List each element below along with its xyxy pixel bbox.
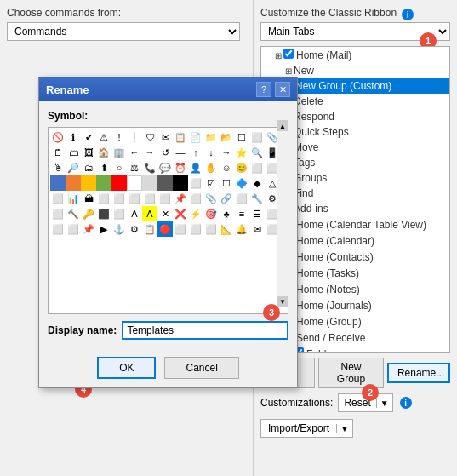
symbol-home[interactable]: 🏠 bbox=[96, 145, 111, 160]
symbol-orange[interactable] bbox=[66, 175, 81, 191]
symbol-warning[interactable]: ⚠ bbox=[96, 129, 111, 145]
symbol-circle[interactable]: ○ bbox=[111, 160, 127, 175]
import-export-dropdown-container[interactable]: Import/Export ▼ bbox=[260, 419, 353, 438]
symbol-sq18[interactable]: ⬜ bbox=[188, 221, 203, 237]
symbol-shield[interactable]: 🛡 bbox=[142, 129, 157, 145]
symbol-selected[interactable]: 🔴 bbox=[157, 221, 173, 237]
symbol-info[interactable]: ℹ bbox=[66, 129, 81, 145]
symbol-doc[interactable]: 📄 bbox=[188, 129, 203, 145]
customizations-info-icon[interactable]: i bbox=[400, 397, 412, 409]
symbol-gray1[interactable] bbox=[142, 175, 157, 191]
symbol-hand[interactable]: ✋ bbox=[203, 160, 219, 175]
symbol-right2[interactable]: → bbox=[219, 145, 234, 160]
symbol-mail2[interactable]: ✉ bbox=[249, 221, 265, 237]
symbol-clock[interactable]: ⏰ bbox=[173, 160, 188, 175]
symbol-sq9[interactable]: ⬜ bbox=[157, 191, 173, 206]
display-name-input[interactable] bbox=[122, 321, 288, 340]
symbol-club[interactable]: ♣ bbox=[219, 206, 234, 221]
symbol-cursor[interactable]: 🖱 bbox=[50, 160, 66, 175]
symbol-folder-open[interactable]: 📁 bbox=[203, 129, 219, 145]
symbol-diamond[interactable]: 🔷 bbox=[234, 175, 249, 191]
symbol-files[interactable]: 🗂 bbox=[81, 160, 96, 175]
symbol-clipboard3[interactable]: 🗃 bbox=[66, 145, 81, 160]
symbol-menu[interactable]: ≡ bbox=[234, 206, 249, 221]
symbol-sq16[interactable]: ⬜ bbox=[66, 221, 81, 237]
symbol-down-arrow[interactable]: ↓ bbox=[203, 145, 219, 160]
symbol-anchor[interactable]: ⚓ bbox=[111, 221, 127, 237]
symbol-uparrow2[interactable]: ⬆ bbox=[96, 160, 111, 175]
symbol-grid[interactable]: 🚫 ℹ ✔ ⚠ ! ❕ 🛡 ✉ 📋 📄 📁 📂 ☐ ⬜ 📎 bbox=[48, 127, 288, 314]
symbol-sq10[interactable]: ⬜ bbox=[188, 191, 203, 206]
commands-dropdown[interactable]: Commands bbox=[7, 22, 240, 41]
cancel-button[interactable]: Cancel bbox=[164, 357, 238, 379]
scrollbar-down[interactable]: ▼ bbox=[277, 296, 288, 307]
symbol-no-entry[interactable]: 🚫 bbox=[50, 129, 66, 145]
symbol-star[interactable]: ⭐ bbox=[234, 145, 249, 160]
symbol-sq17[interactable]: ⬜ bbox=[173, 221, 188, 237]
symbol-folder[interactable]: 📂 bbox=[219, 129, 234, 145]
symbol-x[interactable]: ✕ bbox=[157, 206, 173, 221]
rename-button[interactable]: Rename... bbox=[387, 363, 450, 383]
customize-info-icon[interactable]: i bbox=[402, 9, 414, 20]
symbol-A-highlight[interactable]: A bbox=[142, 206, 157, 221]
symbol-link[interactable]: 🔗 bbox=[219, 191, 234, 206]
symbol-sq13[interactable]: ⬜ bbox=[111, 206, 127, 221]
home-mail-checkbox[interactable] bbox=[283, 49, 294, 59]
symbol-smile[interactable]: ☺ bbox=[219, 160, 234, 175]
symbol-clipboard4[interactable]: 📋 bbox=[142, 221, 157, 237]
symbol-sq6[interactable]: ⬜ bbox=[111, 191, 127, 206]
symbol-dash[interactable]: — bbox=[173, 145, 188, 160]
symbol-bell[interactable]: ! bbox=[111, 129, 127, 145]
symbol-mountain[interactable]: 🏔 bbox=[81, 191, 96, 206]
symbol-person[interactable]: 👤 bbox=[188, 160, 203, 175]
modal-question-button[interactable]: ? bbox=[256, 82, 271, 97]
symbol-green[interactable] bbox=[96, 175, 111, 191]
symbol-target[interactable]: 🎯 bbox=[203, 206, 219, 221]
symbol-ruler[interactable]: 📐 bbox=[219, 221, 234, 237]
symbol-sq11[interactable]: ⬜ bbox=[234, 191, 249, 206]
symbol-wrench[interactable]: 🔧 bbox=[249, 191, 265, 206]
symbol-diamond2[interactable]: ◆ bbox=[249, 175, 265, 191]
symbol-arrow-right[interactable]: → bbox=[142, 145, 157, 160]
symbol-play[interactable]: ▶ bbox=[96, 221, 111, 237]
symbol-gear2[interactable]: ⚙ bbox=[127, 221, 142, 237]
scrollbar-up[interactable]: ▲ bbox=[277, 121, 288, 131]
symbol-search[interactable]: 🔍 bbox=[249, 145, 265, 160]
symbol-sq4[interactable]: ⬜ bbox=[50, 191, 66, 206]
modal-close-button[interactable]: ✕ bbox=[275, 82, 290, 97]
symbol-phone2[interactable]: 📞 bbox=[142, 160, 157, 175]
symbol-sq3[interactable]: ⬜ bbox=[188, 175, 203, 191]
symbol-check2[interactable]: ☑ bbox=[203, 175, 219, 191]
symbol-clipboard1[interactable]: 📋 bbox=[173, 129, 188, 145]
symbol-scale[interactable]: ⚖ bbox=[127, 160, 142, 175]
symbol-empty-check[interactable]: ☐ bbox=[219, 175, 234, 191]
symbol-sq15[interactable]: ⬜ bbox=[50, 221, 66, 237]
symbol-mail[interactable]: ✉ bbox=[157, 129, 173, 145]
symbol-key[interactable]: 🔑 bbox=[81, 206, 96, 221]
symbol-chart[interactable]: 📊 bbox=[66, 191, 81, 206]
tree-item-home-mail[interactable]: ⊞Home (Mail) bbox=[261, 47, 449, 63]
symbol-image[interactable]: 🖼 bbox=[81, 145, 96, 160]
symbol-sq19[interactable]: ⬜ bbox=[203, 221, 219, 237]
symbol-hammer[interactable]: 🔨 bbox=[66, 206, 81, 221]
symbol-checkbox-empty[interactable]: ☐ bbox=[234, 129, 249, 145]
symbol-sq12[interactable]: ⬜ bbox=[50, 206, 66, 221]
symbol-sq5[interactable]: ⬜ bbox=[96, 191, 111, 206]
symbol-bell2[interactable]: 🔔 bbox=[234, 221, 249, 237]
symbol-sq8[interactable]: ⬜ bbox=[142, 191, 157, 206]
symbol-lines[interactable]: ☰ bbox=[249, 206, 265, 221]
symbol-building[interactable]: 🏢 bbox=[111, 145, 127, 160]
symbol-refresh[interactable]: ↺ bbox=[157, 145, 173, 160]
symbol-paperclip[interactable]: 📎 bbox=[203, 191, 219, 206]
ok-button[interactable]: OK bbox=[97, 357, 156, 379]
import-export-arrow[interactable]: ▼ bbox=[336, 424, 352, 433]
new-group-button[interactable]: New Group bbox=[318, 358, 384, 388]
symbol-pin2[interactable]: 📌 bbox=[81, 221, 96, 237]
symbol-clipboard2[interactable]: 🗒 bbox=[50, 145, 66, 160]
symbol-yellow[interactable] bbox=[81, 175, 96, 191]
symbol-gray2[interactable] bbox=[157, 175, 173, 191]
symbol-up-arrow[interactable]: ↑ bbox=[188, 145, 203, 160]
symbol-sq7[interactable]: ⬜ bbox=[127, 191, 142, 206]
symbol-red[interactable] bbox=[111, 175, 127, 191]
symbol-smile2[interactable]: 😊 bbox=[234, 160, 249, 175]
